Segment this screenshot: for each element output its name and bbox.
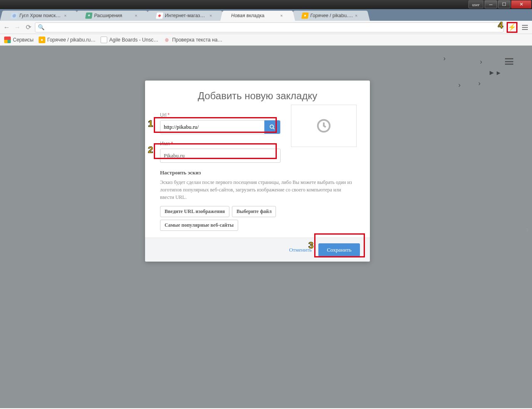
tab-title: Горячее / pikabu.ru - Все [310,11,354,21]
search-icon [269,124,275,130]
browser-tab[interactable]: ◆ Интернет-магазин Chrom × [145,11,224,21]
close-tab-icon[interactable]: × [279,11,285,21]
tab-title: Расширения [94,11,133,21]
url-input-group [160,120,281,134]
bookmark-item[interactable]: Agile Boards - Unsc… [101,34,158,46]
address-bar[interactable]: 🔍 [35,22,504,32]
annotation-number-4: 4 [498,20,503,31]
browser-tab[interactable]: ◎ Гугл Хром поисковая сис × [0,11,79,21]
lightning-icon[interactable]: ⚡ [508,23,516,31]
choose-file-button[interactable]: Выберите файл [232,206,276,217]
browser-toolbar: ← → ⟳ 🔍 4 ⚡ [0,21,532,34]
url-input[interactable] [160,120,264,134]
page-menu-button[interactable] [505,58,513,65]
apps-icon [4,37,11,43]
bookmark-bar: Сервисы ● Горячее / pikabu.ru… Agile Boa… [0,34,532,46]
dialog-footer: Отменить Сохранить [145,238,370,262]
next-page-chevron-icon[interactable]: › [526,224,529,235]
favicon-icon: ● [301,12,309,19]
page-icon [101,37,107,43]
popular-sites-button[interactable]: Самые популярные веб-сайты [160,220,238,231]
favicon-icon: ◎ [163,37,170,43]
bookmark-label: Сервисы [13,34,34,46]
browser-tab[interactable]: ● Горячее / pikabu.ru - Все × [291,11,370,21]
add-bookmark-dialog: Добавить новую закладку Url * Имя * [145,81,370,262]
user-badge[interactable]: user [468,0,483,8]
bookmark-item[interactable]: ◎ Проверка текста на… [163,34,222,46]
favicon-icon: ✦ [85,12,93,19]
tab-title: Интернет-магазин Chrom [164,11,208,21]
thumbnail-heading: Настроить эскиз [160,169,355,176]
favicon-icon: ◎ [10,12,18,19]
browser-tab[interactable]: ✦ Расширения × [75,11,150,21]
page-content: › ▸ ▸ › › › › Добавить новую закладку Ur… [0,46,532,408]
clock-icon [316,118,332,134]
url-lookup-button[interactable] [264,120,280,134]
forward-button[interactable]: → [13,23,22,32]
browser-tab-active[interactable]: Новая вкладка × [220,11,295,21]
close-tab-icon[interactable]: × [209,11,214,21]
close-tab-icon[interactable]: × [354,11,360,21]
enter-image-url-button[interactable]: Введите URL изображения [160,206,229,217]
reload-button[interactable]: ⟳ [24,23,32,32]
bookmark-label: Agile Boards - Unsc… [109,34,158,46]
annotation-number-1: 1 [148,118,153,129]
tab-title: Новая вкладка [230,11,279,21]
tab-title: Гугл Хром поисковая сис [19,11,63,21]
bookmark-apps[interactable]: Сервисы [4,34,34,46]
svg-line-1 [273,128,275,130]
dialog-title: Добавить новую закладку [160,90,355,102]
back-button[interactable]: ← [2,23,11,32]
maximize-button[interactable]: ☐ [498,0,510,8]
bookmark-item[interactable]: ● Горячее / pikabu.ru… [39,34,96,46]
chrome-menu-button[interactable] [520,25,530,30]
thumbnail-preview [291,105,357,147]
annotation-number-2: 2 [148,144,153,155]
minimize-button[interactable]: ─ [485,0,497,8]
annotation-number-3: 3 [308,240,313,251]
name-input[interactable] [160,149,281,163]
bookmark-label: Горячее / pikabu.ru… [47,34,96,46]
close-window-button[interactable]: ✕ [511,0,531,8]
close-tab-icon[interactable]: × [63,11,69,21]
extension-highlight: 4 ⚡ [506,22,518,33]
favicon-icon: ◆ [156,12,163,19]
bookmark-label: Проверка текста на… [172,34,222,46]
window-title-bar: user ─ ☐ ✕ [0,0,532,9]
close-tab-icon[interactable]: × [134,11,140,21]
tab-strip: ◎ Гугл Хром поисковая сис × ✦ Расширения… [0,9,532,21]
svg-point-0 [270,125,273,128]
search-icon: 🔍 [38,24,44,30]
save-button[interactable]: Сохранить [318,243,360,257]
thumbnail-description: Эскиз будет сделан после первого посещен… [160,179,355,201]
favicon-icon: ● [39,37,45,43]
